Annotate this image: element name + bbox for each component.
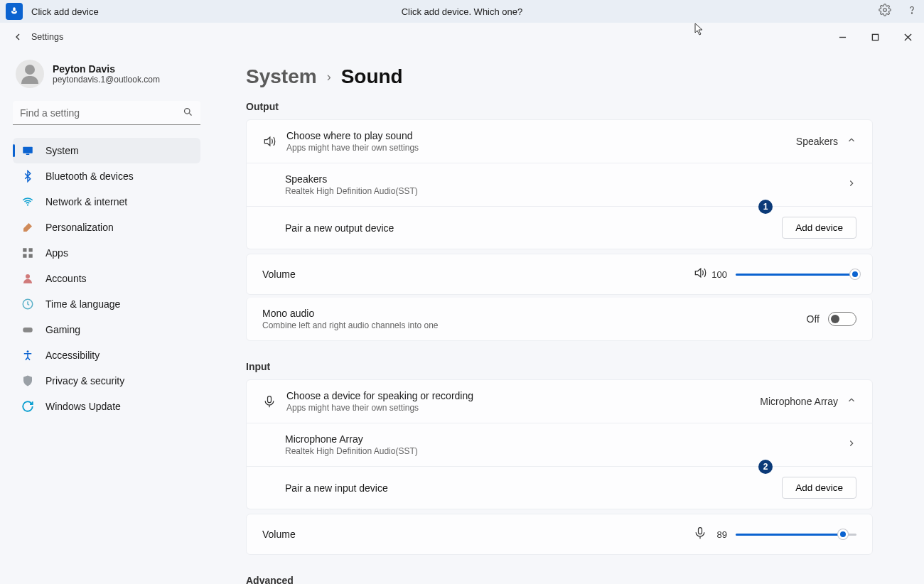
svg-rect-9 (26, 154, 30, 156)
output-choose-row[interactable]: Choose where to play soundApps might hav… (246, 119, 873, 163)
person-icon (20, 271, 36, 286)
output-pair-row: 1 Pair a new output device Add device (246, 207, 873, 249)
mono-subtitle: Combine left and right audio channels in… (262, 320, 439, 330)
search-icon (183, 107, 193, 120)
breadcrumb-current: Sound (341, 65, 403, 88)
chevron-right-icon: › (327, 70, 331, 85)
device-detail: Realtek High Definition Audio(SST) (285, 186, 418, 196)
sidebar-item-gaming[interactable]: Gaming (13, 317, 200, 342)
volume-label: Volume (262, 269, 296, 280)
sidebar-item-time[interactable]: Time & language (13, 291, 200, 317)
minimize-button[interactable] (826, 26, 859, 48)
sidebar-item-accounts[interactable]: Accounts (13, 266, 200, 291)
step-badge-1: 1 (758, 200, 773, 214)
svg-line-7 (189, 113, 191, 115)
sidebar-item-label: Gaming (45, 324, 80, 335)
row-subtitle: Apps might have their own settings (286, 403, 473, 413)
svg-point-10 (27, 204, 28, 205)
profile-name: Peyton Davis (53, 63, 160, 75)
avatar-icon (16, 60, 44, 88)
svg-point-15 (26, 274, 30, 279)
close-button[interactable] (891, 26, 924, 48)
volume-value: 89 (707, 529, 727, 540)
search-input[interactable] (13, 101, 200, 125)
sidebar-item-network[interactable]: Network & internet (13, 189, 200, 215)
breadcrumb-parent[interactable]: System (246, 65, 317, 88)
svg-rect-14 (29, 254, 33, 258)
cursor-icon (694, 23, 704, 38)
sidebar: Peyton Davis peytondavis.1@outlook.com S… (0, 51, 213, 584)
row-title: Choose a device for speaking or recordin… (286, 390, 473, 401)
input-volume-row: Volume 89 (246, 514, 873, 555)
output-device-row[interactable]: SpeakersRealtek High Definition Audio(SS… (246, 163, 873, 207)
sidebar-item-label: Windows Update (45, 401, 121, 412)
sidebar-item-update[interactable]: Windows Update (13, 394, 200, 419)
sidebar-item-label: Accessibility (45, 350, 100, 361)
paintbrush-icon (20, 220, 36, 235)
add-device-button-input[interactable]: Add device (782, 477, 856, 499)
profile-block[interactable]: Peyton Davis peytondavis.1@outlook.com (13, 60, 200, 88)
shield-icon (20, 373, 36, 389)
clock-icon (20, 296, 36, 312)
speaker-icon (262, 134, 286, 148)
input-device-value: Microphone Array (760, 396, 838, 407)
svg-rect-20 (699, 528, 702, 534)
sidebar-item-apps[interactable]: Apps (13, 240, 200, 266)
input-pair-row: 2 Pair a new input device Add device (246, 467, 873, 509)
sidebar-item-label: Privacy & security (45, 375, 124, 386)
input-volume-slider[interactable] (736, 529, 856, 540)
output-volume-row: Volume 100 (246, 254, 873, 295)
svg-rect-3 (872, 34, 878, 40)
sidebar-item-label: Network & internet (45, 196, 127, 207)
row-subtitle: Apps might have their own settings (286, 143, 419, 153)
sidebar-item-label: Personalization (45, 222, 114, 233)
bluetooth-icon (20, 168, 36, 184)
mono-state: Off (807, 313, 820, 325)
sidebar-item-system[interactable]: System (13, 138, 200, 163)
main-content: System › Sound Output Choose where to pl… (213, 51, 924, 584)
svg-point-0 (883, 9, 887, 12)
sidebar-item-bluetooth[interactable]: Bluetooth & devices (13, 163, 200, 189)
sidebar-item-personalization[interactable]: Personalization (13, 215, 200, 240)
maximize-button[interactable] (859, 26, 891, 48)
sidebar-item-accessibility[interactable]: Accessibility (13, 342, 200, 368)
device-detail: Realtek High Definition Audio(SST) (285, 446, 418, 456)
section-title-input: Input (246, 361, 873, 372)
svg-point-1 (911, 13, 912, 13)
volume-value: 100 (707, 269, 727, 280)
accessibility-icon (20, 347, 36, 363)
input-device-row[interactable]: Microphone ArrayRealtek High Definition … (246, 423, 873, 467)
help-icon[interactable] (906, 4, 918, 19)
svg-rect-17 (23, 328, 33, 332)
row-title: Choose where to play sound (286, 130, 419, 141)
window-title: Settings (31, 32, 63, 42)
device-name: Microphone Array (285, 433, 418, 445)
volume-label: Volume (262, 529, 296, 540)
back-button[interactable] (7, 31, 28, 43)
mono-audio-row[interactable]: Mono audioCombine left and right audio c… (246, 298, 873, 341)
microphone-icon[interactable] (693, 526, 707, 543)
assistant-question: Click add device. Which one? (402, 6, 523, 17)
speaker-icon[interactable] (693, 266, 707, 283)
breadcrumb: System › Sound (246, 65, 873, 88)
input-choose-row[interactable]: Choose a device for speaking or recordin… (246, 379, 873, 423)
mono-audio-toggle[interactable] (828, 312, 856, 326)
section-title-output: Output (246, 101, 873, 112)
svg-rect-12 (29, 248, 33, 252)
chevron-up-icon (847, 135, 856, 148)
pair-label: Pair a new output device (285, 222, 394, 234)
svg-point-18 (27, 350, 29, 352)
output-volume-slider[interactable] (736, 269, 856, 280)
assistant-bar: Click add device Click add device. Which… (0, 0, 924, 23)
microphone-icon (262, 394, 286, 409)
microphone-icon (6, 3, 23, 20)
add-device-button-output[interactable]: Add device (782, 217, 856, 239)
search-box[interactable] (13, 101, 200, 125)
settings-gear-icon[interactable] (879, 4, 891, 19)
assistant-command: Click add device (31, 6, 99, 17)
monitor-icon (20, 143, 36, 158)
sidebar-item-privacy[interactable]: Privacy & security (13, 368, 200, 394)
wifi-icon (20, 194, 36, 210)
chevron-right-icon (847, 438, 856, 451)
device-name: Speakers (285, 173, 418, 185)
